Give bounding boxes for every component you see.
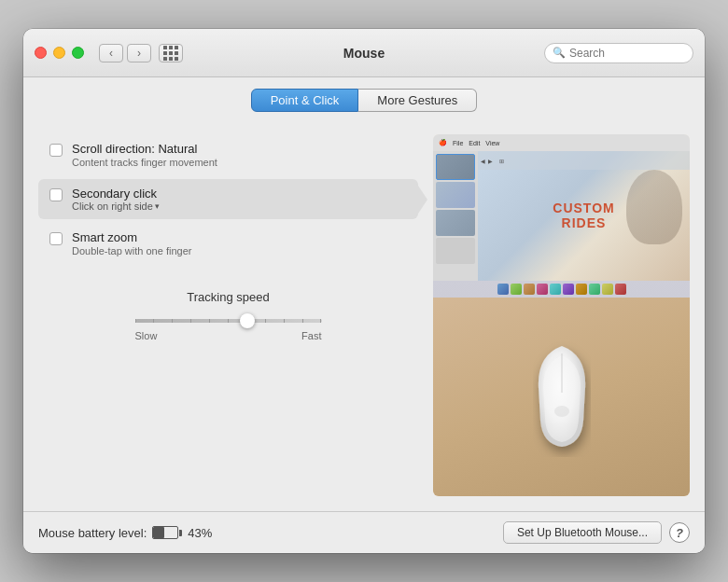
scroll-direction-row[interactable]: Scroll direction: Natural Content tracks… [38, 134, 418, 175]
svg-point-0 [554, 406, 569, 417]
row-arrow [416, 183, 427, 216]
dock-icon-9 [602, 284, 613, 295]
nav-buttons: ‹ › [99, 44, 151, 62]
secondary-click-title: Secondary click [72, 187, 407, 201]
preview-area: 🍎FileEditView ◀▶⊞ [433, 134, 690, 496]
slider-thumb[interactable] [240, 313, 255, 328]
content-area: Scroll direction: Natural Content tracks… [23, 119, 705, 511]
window: ‹ › Mouse 🔍 Point & Click More Gestures [23, 29, 705, 553]
battery-fill [153, 527, 163, 538]
dock-icon-4 [537, 284, 548, 295]
tracking-label: Tracking speed [187, 290, 269, 304]
battery-icon [152, 526, 182, 539]
dock-icon-2 [511, 284, 522, 295]
ss-thumb-1 [436, 154, 475, 180]
dropdown-label: Click on right side [72, 201, 153, 212]
battery-label: Mouse battery level: [38, 526, 147, 540]
forward-button[interactable]: › [127, 44, 151, 62]
preview-screenshot: 🍎FileEditView ◀▶⊞ [433, 134, 690, 298]
secondary-click-text: Secondary click Click on right side ▾ [72, 187, 407, 212]
smart-zoom-text: Smart zoom Double-tap with one finger [72, 230, 407, 256]
scroll-direction-checkbox[interactable] [49, 144, 63, 157]
search-icon: 🔍 [553, 47, 566, 59]
dock-icon-8 [589, 284, 600, 295]
smart-zoom-checkbox[interactable] [49, 232, 63, 245]
smart-zoom-title: Smart zoom [72, 230, 407, 244]
tabs-bar: Point & Click More Gestures [23, 77, 705, 119]
titlebar: ‹ › Mouse 🔍 [23, 29, 705, 77]
slider-fast-label: Fast [301, 330, 321, 341]
close-button[interactable] [35, 47, 47, 59]
scroll-direction-title: Scroll direction: Natural [72, 142, 407, 156]
grid-icon [163, 46, 178, 61]
dock-icon-1 [497, 284, 509, 295]
dock-icon-6 [563, 284, 574, 295]
smart-zoom-row[interactable]: Smart zoom Double-tap with one finger [38, 223, 418, 264]
traffic-lights [35, 47, 84, 59]
ss-dock [433, 281, 690, 298]
dock-icon-7 [576, 284, 587, 295]
secondary-click-row[interactable]: Secondary click Click on right side ▾ [38, 179, 418, 219]
maximize-button[interactable] [72, 47, 84, 59]
battery-percent: 43% [188, 526, 212, 540]
smart-zoom-desc: Double-tap with one finger [72, 245, 407, 256]
bluetooth-setup-button[interactable]: Set Up Bluetooth Mouse... [503, 521, 662, 544]
tab-more-gestures[interactable]: More Gestures [358, 89, 477, 112]
secondary-click-checkbox[interactable] [49, 188, 63, 201]
grid-button[interactable] [159, 44, 183, 62]
chevron-down-icon: ▾ [155, 201, 160, 211]
battery-tip [179, 530, 182, 536]
tracking-section: Tracking speed Slow Fast [38, 290, 418, 341]
scroll-direction-text: Scroll direction: Natural Content tracks… [72, 142, 407, 168]
ss-main: ◀▶⊞ CUSTOM RIDES [478, 151, 690, 281]
search-box[interactable]: 🔍 [544, 43, 693, 63]
ss-menubar: 🍎FileEditView [433, 134, 690, 151]
bottom-right: Set Up Bluetooth Mouse... ? [503, 521, 690, 544]
battery-section: Mouse battery level: 43% [38, 526, 212, 540]
ss-thumb-4 [436, 238, 475, 264]
magic-mouse-image [520, 337, 604, 458]
minimize-button[interactable] [53, 47, 65, 59]
screenshot-inner: 🍎FileEditView ◀▶⊞ [433, 134, 690, 298]
back-button[interactable]: ‹ [99, 44, 123, 62]
secondary-click-dropdown[interactable]: Click on right side ▾ [72, 201, 407, 212]
window-title: Mouse [343, 46, 385, 61]
preview-mouse-area [433, 298, 690, 496]
bottom-bar: Mouse battery level: 43% Set Up Bluetoot… [23, 511, 705, 553]
slider-ticks [135, 319, 322, 323]
help-button[interactable]: ? [669, 522, 690, 543]
ss-thumb-3 [436, 210, 475, 236]
dock-icon-5 [550, 284, 561, 295]
search-input[interactable] [569, 47, 685, 60]
ss-hero: ◀▶⊞ CUSTOM RIDES [478, 151, 690, 281]
dock-icon-3 [524, 284, 535, 295]
ss-sidebar [433, 151, 478, 281]
slider-slow-label: Slow [135, 330, 158, 341]
slider-container: Slow Fast [135, 312, 322, 341]
ss-toolbar: ◀▶⊞ [478, 151, 690, 170]
ss-body: ◀▶⊞ CUSTOM RIDES [433, 151, 690, 281]
ss-thumb-2 [436, 182, 475, 208]
dock-icon-10 [615, 284, 626, 295]
slider-labels: Slow Fast [135, 330, 322, 341]
battery-body [152, 526, 178, 539]
slider-track[interactable] [135, 319, 322, 323]
ss-hero-text: CUSTOM RIDES [553, 201, 614, 230]
scroll-direction-desc: Content tracks finger movement [72, 157, 407, 168]
settings-panel: Scroll direction: Natural Content tracks… [38, 134, 418, 496]
tab-point-click[interactable]: Point & Click [251, 89, 359, 112]
